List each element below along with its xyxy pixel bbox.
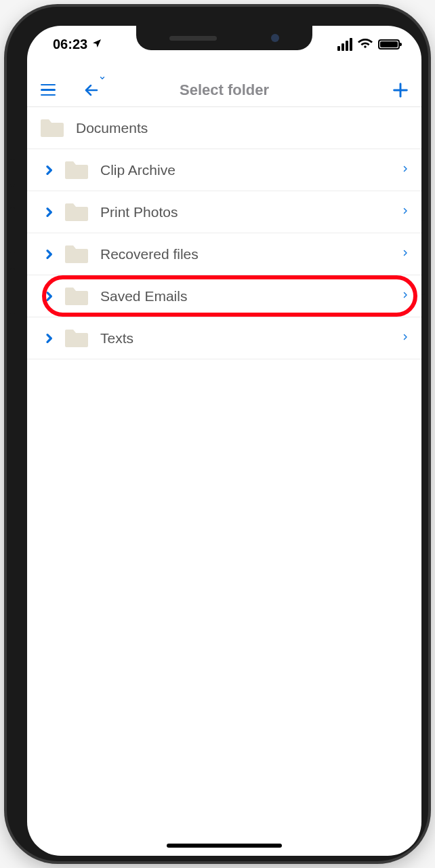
root-folder-row[interactable]: Documents <box>27 107 421 149</box>
disclosure-chevron-icon <box>401 247 409 262</box>
folder-label: Texts <box>100 330 133 347</box>
folder-row[interactable]: Clip Archive <box>27 149 421 191</box>
expand-toggle[interactable] <box>39 164 58 176</box>
expand-toggle[interactable] <box>39 206 58 218</box>
annotation-highlight-ring <box>42 275 417 317</box>
hamburger-icon <box>41 84 56 96</box>
root-folder-label: Documents <box>76 120 148 136</box>
folder-label: Saved Emails <box>100 288 187 304</box>
folder-icon <box>39 118 65 138</box>
front-camera <box>271 34 279 42</box>
folder-label: Print Photos <box>100 204 178 220</box>
menu-button[interactable] <box>37 79 60 102</box>
chevron-right-icon <box>43 206 54 218</box>
expand-toggle[interactable] <box>39 332 58 344</box>
speaker-grille <box>169 36 217 41</box>
expand-toggle[interactable] <box>39 248 58 260</box>
location-arrow-icon <box>91 37 102 52</box>
notch <box>136 26 312 50</box>
folder-label: Clip Archive <box>100 162 175 178</box>
phone-volume-up <box>10 207 15 254</box>
status-left: 06:23 <box>46 37 102 52</box>
disclosure-chevron-icon <box>401 205 409 220</box>
home-indicator[interactable] <box>167 844 282 848</box>
expand-toggle[interactable] <box>39 290 58 302</box>
battery-icon <box>378 39 400 50</box>
phone-frame: 06:23 <box>7 7 428 861</box>
cellular-signal-icon <box>337 38 352 51</box>
navbar: Select folder <box>27 73 421 107</box>
folder-icon <box>64 286 89 307</box>
folder-row[interactable]: Recovered files <box>27 233 421 275</box>
disclosure-chevron-icon <box>401 331 409 346</box>
chevron-right-icon <box>43 290 54 302</box>
folder-list: Documents Clip Archive <box>27 107 421 359</box>
folder-label: Recovered files <box>100 246 199 262</box>
status-time: 06:23 <box>53 37 87 52</box>
chevron-down-icon <box>98 72 107 84</box>
folder-icon <box>64 202 89 222</box>
folder-row[interactable]: Saved Emails <box>27 275 421 317</box>
back-button[interactable] <box>80 79 103 102</box>
chevron-right-icon <box>43 248 54 260</box>
chevron-right-icon <box>43 164 54 176</box>
back-arrow-icon <box>83 82 100 98</box>
phone-silence-switch <box>10 159 15 186</box>
folder-row[interactable]: Print Photos <box>27 191 421 233</box>
status-right <box>337 35 402 54</box>
disclosure-chevron-icon <box>401 289 409 304</box>
phone-volume-down <box>10 268 15 315</box>
folder-icon <box>64 328 89 349</box>
disclosure-chevron-icon <box>401 163 409 178</box>
folder-icon <box>64 244 89 264</box>
screen: 06:23 <box>27 26 421 856</box>
folder-icon <box>64 160 89 180</box>
add-button[interactable] <box>389 79 412 102</box>
chevron-right-icon <box>43 332 54 344</box>
folder-row[interactable]: Texts <box>27 317 421 359</box>
plus-icon <box>391 81 410 100</box>
wifi-icon <box>358 35 373 54</box>
